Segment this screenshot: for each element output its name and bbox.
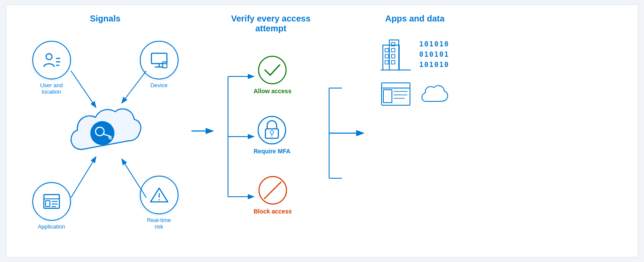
svg-point-35 [259, 56, 286, 84]
verify-title: Verify every accessattempt [231, 14, 311, 34]
application-icon [32, 182, 71, 221]
svg-rect-17 [46, 201, 50, 207]
svg-rect-59 [383, 90, 392, 103]
block-access-label: Block access [254, 208, 292, 215]
block-access-item: Block access [254, 175, 292, 215]
diagram-container: Signals User andlocation [6, 5, 638, 257]
allow-access-item: Allow access [254, 55, 292, 94]
svg-point-2 [46, 54, 52, 60]
building-icon [381, 37, 411, 73]
svg-rect-54 [391, 55, 395, 58]
user-location-icon [32, 41, 71, 79]
svg-rect-48 [389, 40, 399, 70]
svg-rect-49 [385, 49, 388, 52]
allow-access-label: Allow access [254, 88, 292, 94]
realtime-label: Real-timerisk [147, 217, 171, 230]
verify-section: Verify every accessattempt [217, 14, 325, 248]
signal-user-location: User andlocation [32, 41, 71, 95]
cloud-key [65, 102, 146, 164]
svg-rect-53 [391, 49, 395, 52]
device-icon [140, 41, 179, 79]
svg-point-22 [158, 199, 160, 201]
apps-grid: 101010010101101010 [381, 37, 450, 109]
device-label: Device [151, 82, 168, 88]
svg-rect-55 [391, 61, 395, 64]
svg-rect-50 [385, 55, 388, 58]
application-label: Application [38, 223, 65, 230]
binary-data-icon: 101010010101101010 [419, 39, 450, 70]
arrow-signals-verify [191, 14, 217, 248]
signal-application: Application [32, 182, 71, 230]
svg-line-41 [264, 182, 281, 199]
signal-device: Device [140, 41, 179, 88]
signals-section: Signals User andlocation [19, 14, 191, 248]
svg-point-38 [270, 131, 274, 134]
user-location-label: User andlocation [40, 82, 63, 95]
cloud-icon [419, 82, 450, 108]
svg-rect-51 [385, 61, 388, 64]
app-window-icon [381, 81, 411, 109]
apps-section: Apps and data [368, 14, 462, 248]
connector-verify-apps [325, 14, 368, 248]
svg-rect-57 [382, 83, 410, 105]
require-mfa-item: Require MFA [254, 115, 291, 155]
mfa-label: Require MFA [254, 148, 291, 155]
realtime-icon [140, 176, 179, 214]
svg-point-10 [90, 121, 114, 145]
signals-title: Signals [90, 14, 120, 24]
apps-title: Apps and data [385, 14, 445, 24]
signal-realtime: Real-timerisk [140, 176, 179, 230]
